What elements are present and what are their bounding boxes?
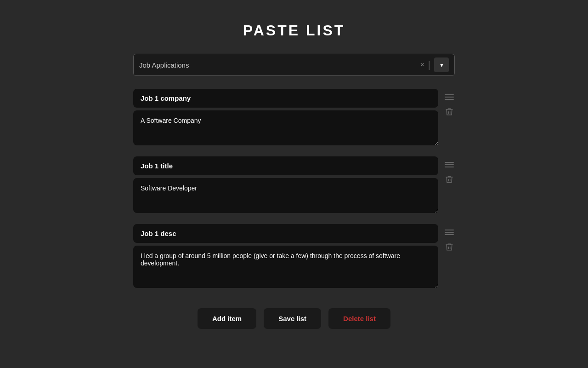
list-selector-dropdown-button[interactable]: ▾: [434, 58, 449, 72]
list-selector[interactable]: Job Applications × | ▾: [133, 54, 455, 76]
list-selector-divider: |: [428, 60, 430, 70]
field-group-company: Job 1 company A Software Company: [133, 89, 455, 145]
field-content-desc: Job 1 desc I led a group of around 5 mil…: [133, 224, 438, 288]
field-group-title: Job 1 title Software Developer: [133, 156, 455, 213]
list-selector-value: Job Applications: [139, 61, 420, 69]
field-actions-desc: [444, 224, 455, 253]
field-group-desc: Job 1 desc I led a group of around 5 mil…: [133, 224, 455, 288]
bottom-buttons: Add item Save list Delete list: [133, 308, 455, 329]
field-content-title: Job 1 title Software Developer: [133, 156, 438, 213]
field-label-company: Job 1 company: [133, 89, 438, 108]
drag-handle-title[interactable]: [444, 160, 455, 169]
main-container: Job Applications × | ▾ Job 1 company A S…: [133, 54, 455, 329]
list-selector-clear-button[interactable]: ×: [420, 61, 424, 69]
save-list-button[interactable]: Save list: [264, 308, 321, 329]
delete-button-desc[interactable]: [444, 242, 455, 253]
field-actions-company: [444, 89, 455, 117]
field-content-company: Job 1 company A Software Company: [133, 89, 438, 145]
delete-list-button[interactable]: Delete list: [328, 308, 390, 329]
field-label-desc: Job 1 desc: [133, 224, 438, 243]
drag-handle-company[interactable]: [444, 92, 455, 102]
field-textarea-company[interactable]: A Software Company: [133, 110, 438, 145]
field-actions-title: [444, 156, 455, 185]
field-textarea-title[interactable]: Software Developer: [133, 178, 438, 213]
add-item-button[interactable]: Add item: [198, 308, 256, 329]
page-title: PASTE LIST: [243, 22, 345, 39]
field-textarea-desc[interactable]: I led a group of around 5 million people…: [133, 246, 438, 288]
delete-button-company[interactable]: [444, 106, 455, 117]
field-label-title: Job 1 title: [133, 156, 438, 175]
delete-button-title[interactable]: [444, 174, 455, 185]
drag-handle-desc[interactable]: [444, 228, 455, 237]
